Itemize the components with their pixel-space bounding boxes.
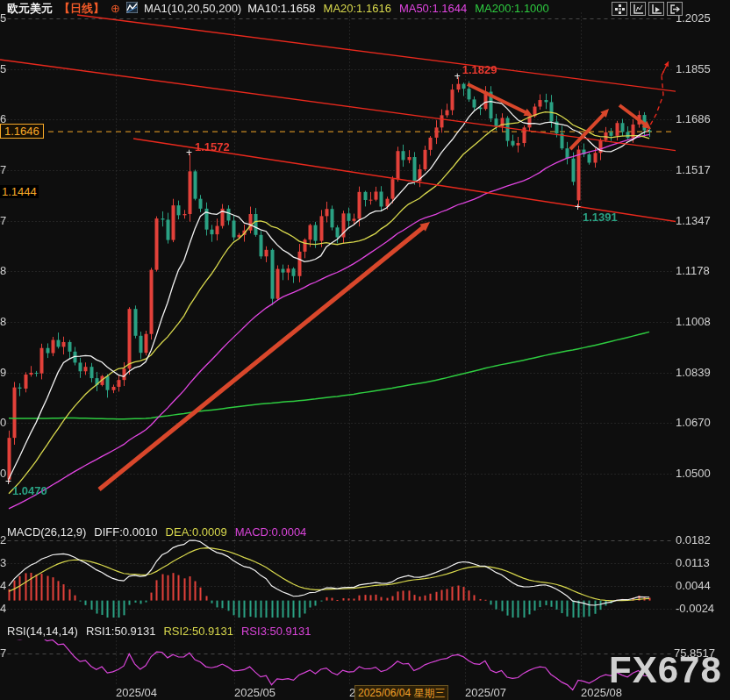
current-price-label: 1.1646 — [0, 124, 44, 139]
price-axis-label: 1.0839 — [676, 366, 711, 379]
macd-diff-value: DIFF:0.0010 — [94, 525, 157, 539]
price-marker-cross: + — [5, 475, 11, 488]
macd-title: MACD(26,12,9) — [7, 525, 86, 539]
price-marker-label: 1.1829 — [462, 63, 497, 76]
ma-value-50: MA50:1.1644 — [399, 2, 467, 15]
x-axis-month-label: 2025/08 — [581, 686, 622, 699]
x-axis-month-label: 2025/04 — [116, 686, 157, 699]
price-axis-label: 1.0670 — [676, 416, 711, 429]
macd-header: MACD(26,12,9) DIFF:0.0010 DEA:0.0009 MAC… — [7, 525, 306, 539]
price-axis-left-digit: 7 — [0, 214, 6, 227]
ma-settings-label: MA1(10,20,50,200) — [144, 2, 241, 15]
ma-value-10: MA10:1.1658 — [247, 2, 315, 15]
price-axis-left-digit: 8 — [0, 264, 6, 277]
macd-axis-label: 0.0113 — [676, 556, 710, 569]
rsi1-value: RSI1:50.9131 — [86, 625, 156, 638]
axis-scale-icon[interactable] — [630, 2, 646, 16]
macd-macd-value: MACD:0.0004 — [235, 525, 307, 539]
add-indicator-icon[interactable]: ⊕ — [111, 2, 120, 15]
price-axis-label: 1.1008 — [676, 315, 711, 328]
alert-price-label: 1.1444 — [0, 185, 39, 198]
price-axis-left-digit: 9 — [0, 366, 6, 379]
price-axis-label: 1.0500 — [676, 467, 711, 480]
chart-toolbar — [612, 2, 683, 16]
price-marker-cross: + — [186, 146, 192, 159]
price-axis-left-digit: 8 — [0, 315, 6, 328]
rsi3-value: RSI3:50.9131 — [241, 625, 311, 638]
macd-axis-left-digit: 3 — [0, 556, 6, 569]
macd-dea-value: DEA:0.0009 — [166, 525, 227, 539]
price-marker-cross: + — [454, 70, 461, 82]
ma-values: MA10:1.1658MA20:1.1616MA50:1.1644MA200:1… — [247, 2, 549, 15]
rsi2-value: RSI2:50.9131 — [163, 625, 233, 638]
macd-axis-label: 0.0182 — [676, 533, 711, 546]
ma-value-200: MA200:1.1000 — [475, 2, 549, 15]
chart-header: 欧元美元 【日线】 ⊕ MA1(10,20,50,200) MA10:1.165… — [7, 1, 549, 16]
macd-axis-label: -0.0024 — [676, 602, 714, 615]
x-axis-month-label: 2025/07 — [465, 686, 506, 699]
price-marker-label: 1.1391 — [583, 211, 618, 224]
period-selector[interactable]: 【日线】 — [59, 1, 104, 17]
rsi-title: RSI(14,14,14) — [7, 625, 78, 638]
rsi-axis-label: 75.8517 — [674, 646, 715, 660]
macd-axis-label: 0.0044 — [676, 579, 711, 592]
exit-fullscreen-icon[interactable] — [667, 2, 683, 16]
symbol-name: 欧元美元 — [7, 1, 53, 17]
price-axis-left-digit: 5 — [0, 11, 6, 25]
rsi-header: RSI(14,14,14) RSI1:50.9131 RSI2:50.9131 … — [7, 625, 311, 638]
price-axis-left-digit: 0 — [0, 416, 6, 429]
price-axis-label: 1.1347 — [676, 214, 711, 227]
price-axis-label: 1.1686 — [676, 112, 711, 125]
price-axis-label: 1.1178 — [676, 264, 710, 277]
chart-type-icon[interactable] — [126, 2, 138, 16]
price-marker-label: 1.1572 — [195, 140, 230, 154]
price-marker-label: 1.0470 — [12, 484, 47, 497]
trading-chart-window: 欧元美元 【日线】 ⊕ MA1(10,20,50,200) MA10:1.165… — [0, 0, 730, 700]
macd-axis-left-digit: 4 — [0, 579, 6, 592]
price-axis-label: 1.1517 — [676, 163, 711, 176]
move-tool-icon[interactable] — [612, 2, 627, 16]
price-axis-left-digit: 7 — [0, 163, 6, 176]
x-axis-month-label: 2025/05 — [234, 686, 276, 699]
date-tooltip: 2025/06/04 星期三 — [354, 685, 448, 700]
playback-icon[interactable] — [648, 2, 664, 16]
macd-axis-left-digit: 4 — [0, 602, 6, 615]
chart-canvas[interactable] — [0, 0, 730, 700]
price-axis-label: 1.1855 — [676, 62, 711, 75]
price-axis-left-digit: 5 — [0, 62, 6, 75]
macd-axis-left-digit: 2 — [0, 533, 6, 546]
rsi-axis-left-digit: 7 — [0, 646, 6, 660]
ma-value-20: MA20:1.1616 — [324, 2, 391, 15]
price-marker-cross: + — [575, 201, 581, 213]
